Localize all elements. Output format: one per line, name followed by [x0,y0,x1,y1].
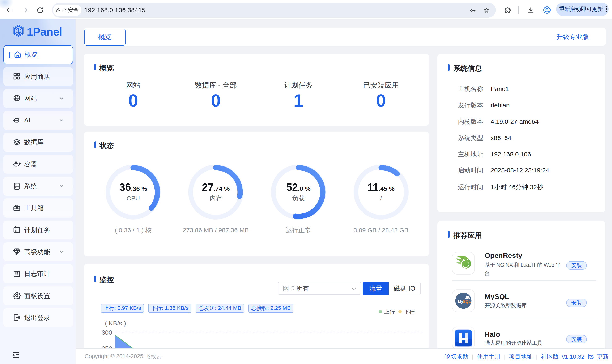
svg-text:SQL: SQL [463,299,471,304]
svg-text:1: 1 [17,28,20,34]
svg-text:My: My [458,299,463,304]
